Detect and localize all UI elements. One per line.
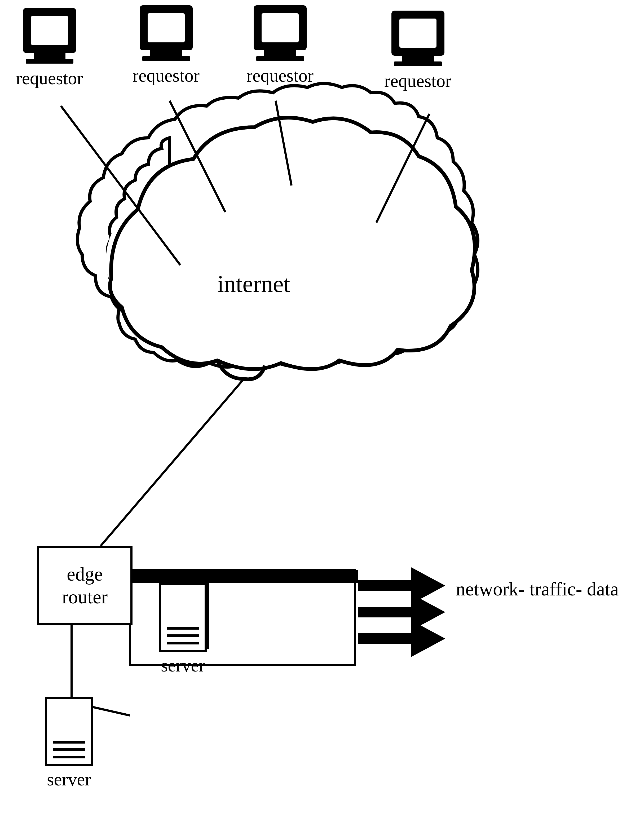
svg-marker-19 [358,594,445,631]
requestor-1: requestor [16,8,83,89]
server-bottom: server [45,697,93,790]
svg-point-1 [106,196,233,323]
monitor-icon-1 [23,8,76,53]
server-body-middle [159,583,207,652]
internet-label: internet [217,270,290,298]
svg-point-0 [146,143,411,334]
svg-rect-15 [130,570,358,583]
edge-router-box: edgerouter [37,546,132,626]
monitor-icon-2 [140,5,193,50]
edge-router-label: edgerouter [62,563,108,609]
svg-line-12 [276,101,292,186]
svg-point-8 [316,252,416,352]
svg-point-6 [323,170,440,286]
svg-line-13 [376,114,429,223]
requestor-4: requestor [384,11,451,91]
diagram: requestor requestor requestor requestor … [0,0,644,831]
network-traffic-label: network- traffic- data [456,578,618,600]
svg-line-11 [170,101,225,212]
requestor-label-4: requestor [384,70,451,91]
monitor-icon-4 [391,11,445,56]
svg-point-2 [148,159,265,275]
svg-point-5 [294,146,400,252]
requestor-label-3: requestor [247,65,314,86]
requestor-label-1: requestor [16,68,83,89]
cloud-icon [106,118,475,379]
server-body-bottom [45,697,93,766]
svg-marker-18 [358,567,445,604]
requestor-3: requestor [247,5,314,86]
svg-point-4 [244,130,355,241]
requestor-label-2: requestor [132,65,199,86]
cloud-shape [77,83,478,367]
svg-point-3 [199,138,305,244]
server-middle: server [159,583,207,676]
monitor-icon-3 [253,5,307,50]
server-label-bottom: server [47,769,91,790]
svg-line-10 [61,106,180,265]
requestor-2: requestor [132,5,199,86]
server-label-middle: server [161,655,205,676]
svg-point-7 [336,212,453,329]
svg-line-14 [101,379,244,546]
svg-marker-20 [358,620,445,657]
